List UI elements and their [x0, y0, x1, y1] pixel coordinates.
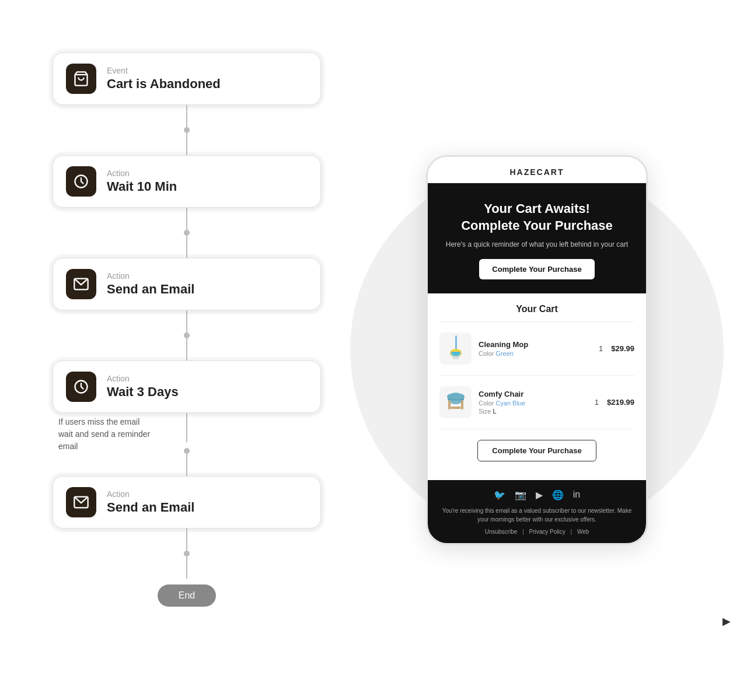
- wait10-node-text: Action Wait 10 Min: [107, 169, 177, 194]
- email1-title: Send an Email: [107, 282, 194, 297]
- connector-5: [186, 528, 187, 551]
- phone-preview-container: HAZECART Your Cart Awaits!Complete Your …: [350, 35, 724, 665]
- connector-1: [186, 105, 187, 127]
- email2-title: Send an Email: [107, 500, 194, 515]
- email1-node-text: Action Send an Email: [107, 271, 194, 297]
- svg-rect-11: [461, 400, 463, 410]
- clock-icon-2: [66, 372, 96, 402]
- hero-subtext: Here's a quick reminder of what you left…: [442, 240, 632, 249]
- svg-rect-7: [452, 356, 459, 359]
- footer-sep-1: |: [522, 528, 525, 535]
- cart-item-chair-details: Comfy Chair Color Cyan Blue Size L: [479, 390, 587, 415]
- twitter-icon: 🐦: [494, 489, 505, 501]
- email2-node-text: Action Send an Email: [107, 489, 194, 515]
- phone-footer: 🐦 📷 ▶ 🌐 in You're receiving this email a…: [428, 480, 646, 543]
- event-label: Event: [107, 66, 221, 75]
- dot-2: [184, 230, 190, 236]
- cart-item-mop-name: Cleaning Mop: [479, 340, 591, 349]
- event-cart-node[interactable]: Event Cart is Abandoned: [53, 52, 321, 105]
- svg-rect-12: [451, 407, 461, 409]
- cart-item-chair-qty: 1: [595, 398, 599, 407]
- cart-icon: [66, 64, 96, 94]
- end-button[interactable]: End: [158, 584, 216, 607]
- cart-title: Your Cart: [439, 304, 634, 314]
- wait10-title: Wait 10 Min: [107, 179, 177, 194]
- connector-2b: [186, 236, 187, 258]
- action-wait-3-node[interactable]: Action Wait 3 Days: [53, 360, 321, 413]
- hero-headline: Your Cart Awaits!Complete Your Purchase: [442, 201, 632, 234]
- clock-icon-1: [66, 166, 96, 197]
- connector-3b: [186, 338, 187, 360]
- cart-item-chair-size: Size L: [479, 408, 587, 415]
- wait10-label: Action: [107, 169, 177, 178]
- connector-3: [186, 310, 187, 332]
- annotation-container: If users miss the emailwait and send a r…: [53, 413, 321, 448]
- email-icon-1: [66, 269, 96, 299]
- globe-icon: 🌐: [552, 489, 564, 501]
- web-link[interactable]: Web: [577, 528, 589, 535]
- youtube-icon: ▶: [536, 489, 543, 501]
- cart-cta-container: Complete Your Purchase: [439, 434, 634, 470]
- cart-item-chair: Comfy Chair Color Cyan Blue Size L 1 $21…: [439, 380, 634, 424]
- unsubscribe-link[interactable]: Unsubscribe: [485, 528, 518, 535]
- wait3-node-text: Action Wait 3 Days: [107, 374, 179, 400]
- cart-item-chair-name: Comfy Chair: [479, 390, 587, 398]
- connector-4: [186, 413, 187, 442]
- cart-item-chair-price: $219.99: [607, 398, 634, 407]
- connector-1b: [186, 133, 187, 155]
- cart-divider-mid: [439, 375, 634, 376]
- cart-item-mop-image: [439, 332, 472, 365]
- cart-divider-top: [439, 321, 634, 322]
- cart-item-mop-qty: 1: [599, 344, 603, 353]
- email-icon-2: [66, 487, 96, 517]
- phone-mockup: HAZECART Your Cart Awaits!Complete Your …: [426, 155, 648, 544]
- action-send-email-1-node[interactable]: Action Send an Email: [53, 258, 321, 310]
- action-send-email-2-node[interactable]: Action Send an Email: [53, 476, 321, 528]
- connector-5b: [186, 556, 187, 579]
- phone-cart-section: Your Cart Cle: [428, 293, 646, 480]
- cart-item-mop: Cleaning Mop Color Green 1 $29.99: [439, 327, 634, 370]
- cart-cta-button[interactable]: Complete Your Purchase: [477, 440, 596, 461]
- footer-disclaimer: You're receiving this email as a valued …: [436, 506, 638, 524]
- instagram-icon: 📷: [515, 489, 526, 501]
- svg-rect-10: [448, 400, 451, 410]
- dot-1: [184, 127, 190, 133]
- cart-item-chair-color: Color Cyan Blue: [479, 400, 587, 407]
- dot-5: [184, 551, 190, 556]
- cart-item-mop-details: Cleaning Mop Color Green: [479, 340, 591, 357]
- cart-item-chair-image: [439, 386, 472, 418]
- wait3-title: Wait 3 Days: [107, 384, 179, 400]
- wait3-label: Action: [107, 374, 179, 383]
- connector-2: [186, 208, 187, 230]
- phone-brand: HAZECART: [428, 157, 646, 183]
- email2-label: Action: [107, 489, 194, 499]
- cart-item-mop-color: Color Green: [479, 350, 591, 357]
- action-wait-10-node[interactable]: Action Wait 10 Min: [53, 155, 321, 208]
- phone-hero: Your Cart Awaits!Complete Your Purchase …: [428, 183, 646, 293]
- connector-4b: [186, 454, 187, 476]
- play-button[interactable]: [718, 612, 735, 630]
- hero-cta-button[interactable]: Complete Your Purchase: [479, 259, 594, 279]
- dot-3: [184, 332, 190, 338]
- footer-social-icons: 🐦 📷 ▶ 🌐 in: [436, 489, 638, 501]
- cart-divider-bot: [439, 429, 634, 429]
- linkedin-icon: in: [573, 489, 580, 501]
- flow-diagram: Event Cart is Abandoned Action Wait 10 M…: [23, 35, 350, 665]
- privacy-policy-link[interactable]: Privacy Policy: [529, 528, 565, 535]
- footer-sep-2: |: [571, 528, 574, 535]
- event-node-text: Event Cart is Abandoned: [107, 66, 221, 92]
- annotation-text: If users miss the emailwait and send a r…: [58, 416, 158, 453]
- dot-4: [184, 448, 190, 454]
- svg-rect-13: [447, 394, 465, 400]
- cart-item-mop-price: $29.99: [611, 344, 634, 353]
- email1-label: Action: [107, 271, 194, 281]
- event-title: Cart is Abandoned: [107, 76, 221, 92]
- footer-links: Unsubscribe | Privacy Policy | Web: [436, 528, 638, 535]
